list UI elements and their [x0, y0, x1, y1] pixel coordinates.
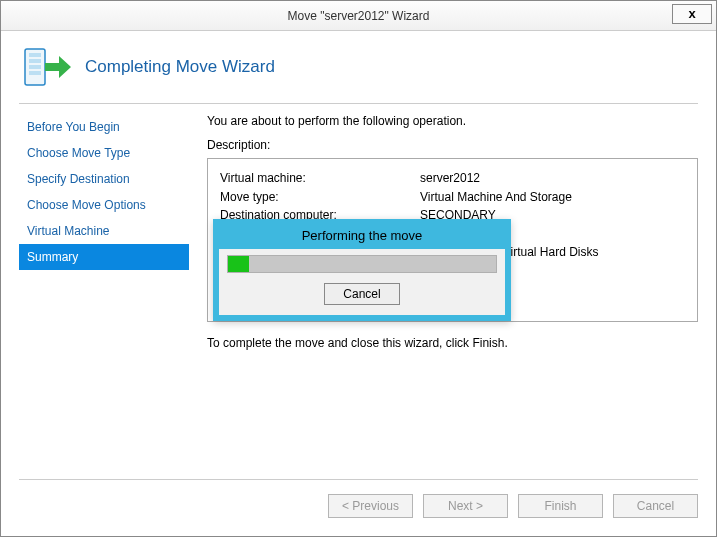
- page-title: Completing Move Wizard: [85, 57, 275, 77]
- sidebar-item-specify-destination[interactable]: Specify Destination: [19, 166, 189, 192]
- button-bar: < Previous Next > Finish Cancel: [1, 480, 716, 536]
- svg-rect-1: [29, 53, 41, 57]
- summary-value: server2012: [420, 169, 480, 188]
- progress-bar-fill: [228, 256, 249, 272]
- progress-dialog: Performing the move Cancel: [213, 219, 511, 321]
- close-button[interactable]: x: [672, 4, 712, 24]
- cancel-button: Cancel: [613, 494, 698, 518]
- summary-row: Virtual machine:server2012: [220, 169, 685, 188]
- sidebar-item-choose-move-options[interactable]: Choose Move Options: [19, 192, 189, 218]
- sidebar-item-virtual-machine[interactable]: Virtual Machine: [19, 218, 189, 244]
- previous-button: < Previous: [328, 494, 413, 518]
- move-wizard-icon: [19, 41, 71, 93]
- footer-note: To complete the move and close this wiza…: [207, 336, 698, 350]
- sidebar-item-before-you-begin[interactable]: Before You Begin: [19, 114, 189, 140]
- sidebar-item-choose-move-type[interactable]: Choose Move Type: [19, 140, 189, 166]
- sidebar-item-summary[interactable]: Summary: [19, 244, 189, 270]
- finish-button: Finish: [518, 494, 603, 518]
- progress-dialog-body: Cancel: [219, 249, 505, 315]
- header-divider: [19, 103, 698, 104]
- svg-rect-3: [29, 65, 41, 69]
- progress-bar: [227, 255, 497, 273]
- progress-cancel-button[interactable]: Cancel: [324, 283, 400, 305]
- progress-dialog-title: Performing the move: [219, 225, 505, 249]
- window-title: Move "server2012" Wizard: [288, 9, 430, 23]
- summary-value: Virtual Machine And Storage: [420, 188, 572, 207]
- svg-rect-2: [29, 59, 41, 63]
- svg-rect-4: [29, 71, 41, 75]
- description-label: Description:: [207, 138, 698, 152]
- wizard-header: Completing Move Wizard: [1, 31, 716, 103]
- intro-text: You are about to perform the following o…: [207, 114, 698, 128]
- summary-row: Move type:Virtual Machine And Storage: [220, 188, 685, 207]
- next-button: Next >: [423, 494, 508, 518]
- titlebar: Move "server2012" Wizard x: [1, 1, 716, 31]
- summary-key: Virtual machine:: [220, 169, 420, 188]
- wizard-window: Move "server2012" Wizard x Completing Mo…: [0, 0, 717, 537]
- summary-key: Move type:: [220, 188, 420, 207]
- wizard-sidebar: Before You Begin Choose Move Type Specif…: [19, 112, 189, 362]
